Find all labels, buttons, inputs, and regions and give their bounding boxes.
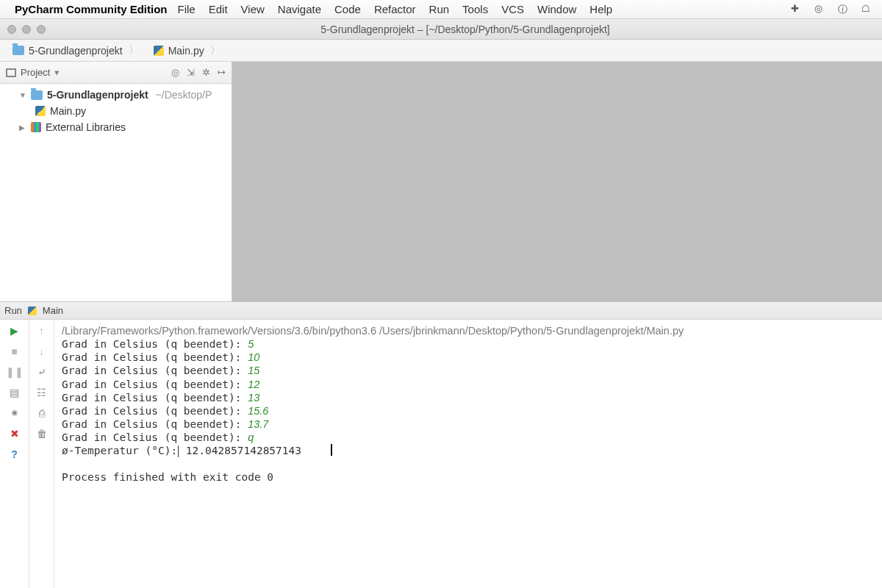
tray-icon-info[interactable]: ⓘ [838, 3, 851, 16]
tree-root-path: ~/Desktop/P [156, 89, 212, 101]
sidebar-title[interactable]: Project [21, 67, 50, 78]
layout-button[interactable]: ▤ [8, 386, 21, 399]
tree-external-libs[interactable]: ▶ External Libraries [0, 119, 232, 135]
gear-icon[interactable]: ✲ [202, 67, 210, 78]
python-file-icon [35, 106, 46, 116]
tree-file-label: Main.py [50, 105, 86, 117]
window-title: 5-Grundlagenprojekt – [~/Desktop/Python/… [56, 24, 875, 35]
run-config-name[interactable]: Main [43, 305, 63, 316]
run-toolbar-left: ▶ ■ ❚❚ ▤ ✷ ✖ ? [0, 320, 29, 588]
tree-root[interactable]: ▼ 5-Grundlagenprojekt ~/Desktop/P [0, 87, 232, 103]
project-view-icon [6, 68, 16, 78]
sidebar-header: Project ▾ ◎ ⇲ ✲ ↦ [0, 62, 232, 84]
crumb-project-label: 5-Grundlagenprojekt [29, 45, 123, 57]
tree-root-name: 5-Grundlagenprojekt [47, 89, 148, 101]
menu-view[interactable]: View [241, 3, 265, 15]
tray-icon-cc[interactable]: ◎ [814, 3, 828, 16]
crumb-project[interactable]: 5-Grundlagenprojekt 〉 [6, 42, 147, 60]
macos-menubar: PyCharm Community Edition File Edit View… [0, 0, 882, 19]
run-header: Run Main [0, 302, 882, 320]
folder-icon [12, 46, 24, 55]
svg-rect-0 [7, 69, 15, 76]
expand-toggle-icon[interactable]: ▼ [19, 91, 26, 99]
menu-tools[interactable]: Tools [462, 3, 488, 15]
chevron-right-icon: 〉 [210, 44, 220, 57]
trash-button[interactable]: 🗑 [35, 427, 49, 440]
up-stack-button[interactable]: ↑ [35, 324, 49, 337]
menu-window[interactable]: Window [537, 3, 576, 15]
stop-button[interactable]: ■ [8, 345, 21, 358]
help-button[interactable]: ? [8, 448, 21, 461]
console-output[interactable]: /Library/Frameworks/Python.framework/Ver… [54, 320, 882, 588]
collapse-icon[interactable]: ⇲ [187, 67, 195, 78]
menu-vcs[interactable]: VCS [501, 3, 524, 15]
tray-icon-1[interactable]: ✚ [791, 3, 804, 16]
expand-toggle-icon[interactable]: ▶ [19, 123, 26, 132]
menu-help[interactable]: Help [589, 3, 612, 15]
python-file-icon [154, 46, 164, 56]
menu-file[interactable]: File [178, 3, 196, 15]
rerun-button[interactable]: ▶ [8, 324, 21, 337]
zoom-window-button[interactable] [37, 25, 46, 34]
menu-navigate[interactable]: Navigate [278, 3, 321, 15]
menubar-tray: ✚ ◎ ⓘ ☖ [791, 3, 875, 16]
crumb-file-label: Main.py [168, 45, 204, 57]
folder-icon [31, 90, 43, 100]
breadcrumb: 5-Grundlagenprojekt 〉 Main.py 〉 [0, 40, 882, 62]
libraries-icon [31, 122, 41, 132]
menu-refactor[interactable]: Refactor [374, 3, 416, 15]
tree-file-main[interactable]: Main.py [0, 103, 232, 119]
minimize-window-button[interactable] [22, 25, 31, 34]
crumb-file[interactable]: Main.py 〉 [147, 42, 229, 60]
menu-code[interactable]: Code [334, 3, 361, 15]
close-button[interactable]: ✖ [8, 427, 21, 440]
locate-icon[interactable]: ◎ [171, 67, 179, 78]
menubar-items: File Edit View Navigate Code Refactor Ru… [178, 3, 613, 15]
python-run-icon [28, 306, 37, 315]
close-window-button[interactable] [7, 25, 16, 34]
soft-wrap-button[interactable]: ⤶ [35, 365, 49, 379]
scroll-end-button[interactable]: ☷ [35, 386, 49, 399]
run-body: ▶ ■ ❚❚ ▤ ✷ ✖ ? ↑ ↓ ⤶ ☷ ⎙ 🗑 /Library/Fram… [0, 320, 882, 588]
dropdown-icon[interactable]: ▾ [54, 67, 60, 78]
menu-run[interactable]: Run [429, 3, 450, 15]
down-stack-button[interactable]: ↓ [35, 345, 49, 358]
app-name[interactable]: PyCharm Community Edition [15, 3, 168, 15]
tray-icon-notify[interactable]: ☖ [861, 3, 875, 16]
run-tab-label[interactable]: Run [4, 305, 22, 316]
tree-ext-label: External Libraries [46, 121, 126, 133]
menu-edit[interactable]: Edit [209, 3, 228, 15]
pause-button[interactable]: ❚❚ [8, 365, 21, 379]
print-button[interactable]: ⎙ [35, 406, 49, 420]
chevron-right-icon: 〉 [129, 44, 139, 57]
run-toolbar-left2: ↑ ↓ ⤶ ☷ ⎙ 🗑 [29, 320, 54, 588]
hide-icon[interactable]: ↦ [218, 67, 226, 78]
pin-button[interactable]: ✷ [8, 406, 21, 420]
run-tool-window: Run Main ▶ ■ ❚❚ ▤ ✷ ✖ ? ↑ ↓ ⤶ ☷ ⎙ 🗑 /Lib… [0, 301, 882, 588]
traffic-lights [7, 25, 46, 34]
window-titlebar: 5-Grundlagenprojekt – [~/Desktop/Python/… [0, 19, 882, 40]
